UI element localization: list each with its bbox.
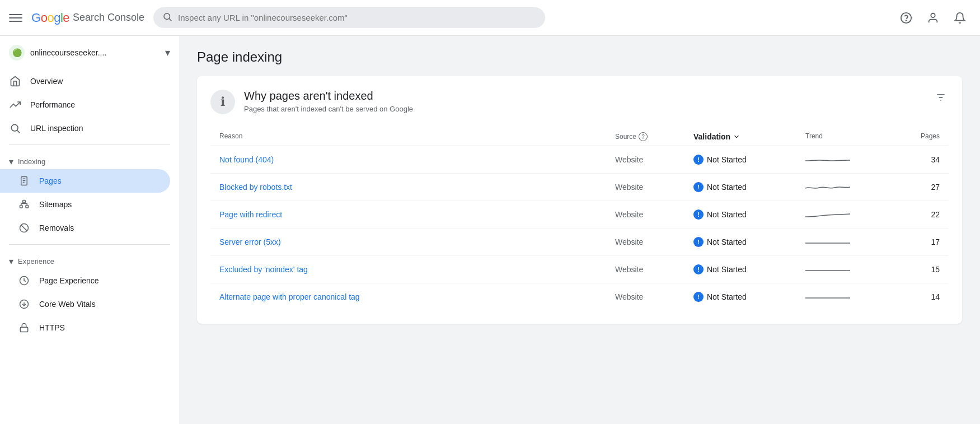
- search-icon: [162, 12, 172, 24]
- row-validation: ! Not Started: [693, 237, 805, 247]
- row-validation: ! Not Started: [693, 209, 805, 220]
- row-source: Website: [615, 183, 693, 192]
- property-chevron-icon: ▾: [165, 46, 170, 59]
- validation-dot-icon: !: [693, 209, 704, 220]
- table-row[interactable]: Server error (5xx) Website ! Not Started…: [210, 229, 949, 256]
- home-icon: [9, 75, 21, 87]
- sidebar-item-sitemaps[interactable]: Sitemaps: [0, 193, 170, 216]
- sidebar-item-url-inspection-label: URL inspection: [30, 124, 83, 133]
- source-help-icon[interactable]: ?: [639, 132, 648, 141]
- svg-point-4: [931, 13, 935, 17]
- row-trend: [805, 263, 895, 276]
- row-validation: ! Not Started: [693, 264, 805, 274]
- row-reason: Alternate page with proper canonical tag: [219, 292, 615, 301]
- table-row[interactable]: Not found (404) Website ! Not Started 34: [210, 146, 949, 174]
- svg-rect-19: [20, 327, 28, 332]
- sidebar: 🟢 onlinecourseseeker.... ▾ Overview: [0, 36, 179, 424]
- lock-icon: [18, 322, 30, 334]
- svg-point-5: [11, 124, 18, 131]
- row-validation: ! Not Started: [693, 182, 805, 192]
- table-row[interactable]: Page with redirect Website ! Not Started…: [210, 201, 949, 229]
- sitemaps-icon: [18, 198, 30, 211]
- indexing-card: ℹ Why pages aren't indexed Pages that ar…: [197, 76, 962, 324]
- sidebar-item-performance-label: Performance: [30, 100, 75, 109]
- core-web-vitals-icon: [18, 298, 30, 310]
- sidebar-item-core-web-vitals[interactable]: Core Web Vitals: [0, 292, 170, 316]
- validation-status: Not Started: [707, 265, 747, 274]
- sidebar-item-url-inspection[interactable]: URL inspection: [0, 117, 170, 140]
- indexing-section-label: Indexing: [18, 157, 45, 166]
- experience-section-label: Experience: [18, 257, 54, 265]
- row-trend: [805, 235, 895, 249]
- sidebar-item-overview-label: Overview: [30, 77, 63, 86]
- col-reason-header: Reason: [219, 132, 615, 141]
- trending-up-icon: [9, 99, 21, 111]
- row-reason: Not found (404): [219, 155, 615, 164]
- filter-icon[interactable]: [933, 90, 949, 108]
- row-pages: 34: [895, 155, 940, 164]
- experience-section-header[interactable]: ▾ Experience: [0, 249, 179, 269]
- sidebar-item-pages[interactable]: Pages: [0, 169, 170, 193]
- logo: Google Search Console: [31, 11, 144, 25]
- account-button[interactable]: [922, 7, 944, 29]
- row-source: Website: [615, 237, 693, 246]
- row-source: Website: [615, 155, 693, 164]
- search-bar[interactable]: [153, 7, 545, 28]
- topbar-left: Google Search Console: [9, 11, 144, 25]
- card-header: ℹ Why pages aren't indexed Pages that ar…: [210, 90, 949, 114]
- card-subheading: Pages that aren't indexed can't be serve…: [244, 105, 413, 113]
- indexing-table: Reason Source ? Validation Trend Pages: [210, 128, 949, 310]
- row-source: Website: [615, 265, 693, 274]
- validation-dot-icon: !: [693, 237, 704, 247]
- row-validation: ! Not Started: [693, 292, 805, 302]
- svg-rect-11: [20, 206, 23, 208]
- experience-chevron-icon: ▾: [9, 256, 13, 267]
- indexing-section-header[interactable]: ▾ Indexing: [0, 150, 179, 169]
- nav-divider-2: [9, 244, 170, 245]
- svg-line-1: [169, 18, 171, 21]
- sidebar-item-performance[interactable]: Performance: [0, 93, 170, 117]
- table-row[interactable]: Blocked by robots.txt Website ! Not Star…: [210, 174, 949, 201]
- row-trend: [805, 208, 895, 221]
- sidebar-item-https-label: HTTPS: [39, 323, 65, 332]
- row-trend: [805, 153, 895, 166]
- topbar-right: [895, 7, 971, 29]
- svg-line-15: [21, 225, 27, 231]
- content-area: Page indexing ℹ Why pages aren't indexed…: [179, 36, 980, 424]
- col-validation-header[interactable]: Validation: [693, 132, 805, 141]
- help-button[interactable]: [895, 7, 917, 29]
- row-validation: ! Not Started: [693, 155, 805, 165]
- google-wordmark: Google: [31, 11, 69, 25]
- row-reason: Server error (5xx): [219, 237, 615, 246]
- card-header-text: Why pages aren't indexed Pages that aren…: [244, 90, 413, 113]
- svg-point-0: [164, 13, 170, 20]
- row-reason: Excluded by 'noindex' tag: [219, 265, 615, 274]
- sidebar-item-https[interactable]: HTTPS: [0, 316, 170, 339]
- table-row[interactable]: Alternate page with proper canonical tag…: [210, 283, 949, 310]
- sidebar-item-removals[interactable]: Removals: [0, 216, 170, 240]
- notification-button[interactable]: [949, 7, 971, 29]
- row-pages: 14: [895, 292, 940, 301]
- validation-status: Not Started: [707, 183, 747, 192]
- sidebar-item-page-experience[interactable]: Page Experience: [0, 269, 170, 292]
- sidebar-item-overview[interactable]: Overview: [0, 69, 170, 93]
- validation-dot-icon: !: [693, 182, 704, 192]
- property-selector[interactable]: 🟢 onlinecourseseeker.... ▾: [0, 40, 179, 69]
- col-source-header[interactable]: Source ?: [615, 132, 693, 141]
- row-pages: 27: [895, 183, 940, 192]
- row-source: Website: [615, 210, 693, 219]
- indexing-chevron-icon: ▾: [9, 156, 13, 167]
- removals-icon: [18, 222, 30, 234]
- row-reason: Page with redirect: [219, 210, 615, 219]
- search-sidebar-icon: [9, 122, 21, 134]
- main-layout: 🟢 onlinecourseseeker.... ▾ Overview: [0, 36, 980, 424]
- table-row[interactable]: Excluded by 'noindex' tag Website ! Not …: [210, 256, 949, 283]
- search-input[interactable]: [178, 13, 536, 22]
- sidebar-item-pages-label: Pages: [39, 176, 62, 185]
- col-pages-header: Pages: [895, 132, 940, 141]
- property-name: onlinecourseseeker....: [30, 48, 160, 57]
- validation-dot-icon: !: [693, 292, 704, 302]
- svg-rect-13: [26, 206, 29, 208]
- menu-icon[interactable]: [9, 11, 22, 25]
- table-header: Reason Source ? Validation Trend Pages: [210, 128, 949, 146]
